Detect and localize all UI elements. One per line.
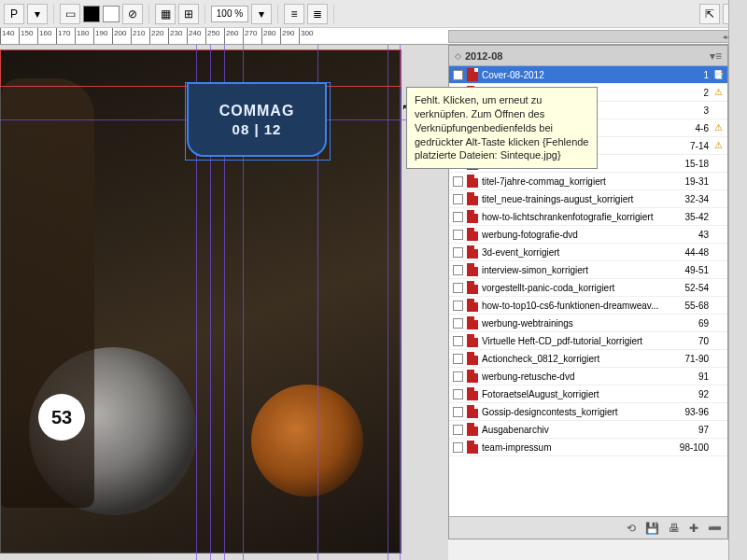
screen-mode[interactable]: ⇱	[699, 4, 720, 24]
workspace: 53 COMMAG 08 | 12 ↖	[0, 45, 747, 560]
tool-stroke[interactable]: ▭	[60, 4, 80, 24]
ruler-tick: 280	[261, 28, 280, 44]
ruler-tick: 170	[56, 28, 75, 44]
ruler-tick: 220	[149, 28, 168, 44]
figure-shape	[1, 78, 94, 508]
ruler-tick: 200	[112, 28, 131, 44]
ruler-tick: 240	[187, 28, 205, 44]
align-left[interactable]: ≡	[284, 4, 304, 24]
tool-arrange[interactable]: ▦	[155, 4, 176, 24]
ruler-tick: 160	[37, 28, 56, 44]
tool-dropdown[interactable]: ▾	[27, 4, 48, 24]
tool-char[interactable]: P	[4, 4, 24, 24]
zoom-dropdown[interactable]: ▾	[251, 4, 272, 24]
zoom-input[interactable]	[211, 6, 248, 22]
ruler-tick: 300	[299, 28, 317, 44]
collapsed-panel-strip[interactable]	[728, 0, 747, 560]
tool-grid[interactable]: ⊞	[178, 4, 199, 24]
ruler-tick: 190	[93, 28, 112, 44]
ruler-tick: 290	[280, 28, 299, 44]
stroke-swatch[interactable]	[103, 6, 120, 22]
ruler-tick: 230	[168, 28, 187, 44]
ruler-tick: 150	[19, 28, 37, 44]
ruler-tick: 250	[205, 28, 224, 44]
ruler-tick: 260	[224, 28, 243, 44]
panel-dock-strip[interactable]: ◂◂ ✕	[448, 30, 747, 43]
fill-swatch[interactable]	[83, 6, 100, 22]
ruler-tick: 210	[131, 28, 149, 44]
align-center[interactable]: ≣	[307, 4, 328, 24]
ruler-tick: 180	[75, 28, 93, 44]
missing-link-tooltip: Fehlt. Klicken, um erneut zu verknüpfen.…	[406, 87, 598, 169]
bike-number-badge: 53	[38, 394, 85, 441]
main-toolbar: P ▾ ▭ ⊘ ▦ ⊞ ▾ ≡ ≣ ⇱ ▾	[0, 0, 747, 28]
canvas[interactable]: 53 COMMAG 08 | 12 ↖	[0, 45, 448, 560]
badge-subtitle: 08 | 12	[233, 121, 282, 137]
ruler-tick: 140	[0, 28, 19, 44]
cover-badge[interactable]: COMMAG 08 | 12	[187, 82, 327, 157]
badge-title: COMMAG	[219, 103, 295, 119]
ruler-tick: 270	[243, 28, 261, 44]
tool-none[interactable]: ⊘	[122, 4, 143, 24]
